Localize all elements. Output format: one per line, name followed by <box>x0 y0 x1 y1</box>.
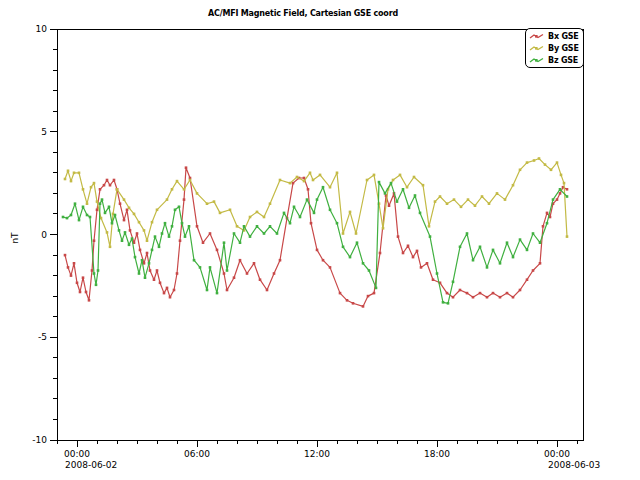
data-point-marker <box>388 204 391 207</box>
data-point-marker <box>355 232 358 235</box>
data-point-marker <box>375 287 378 290</box>
data-point-marker <box>563 182 566 185</box>
data-point-marker <box>466 292 469 295</box>
data-point-marker <box>64 254 67 257</box>
data-point-marker <box>402 188 405 191</box>
data-point-marker <box>544 163 547 166</box>
data-point-marker <box>269 225 272 228</box>
data-point-marker <box>560 174 563 177</box>
data-point-marker <box>209 266 212 269</box>
data-point-marker <box>99 188 102 191</box>
data-point-marker <box>407 245 410 248</box>
data-point-marker <box>526 278 529 281</box>
data-point-marker <box>216 292 219 295</box>
data-point-marker <box>419 212 422 215</box>
data-point-marker <box>499 262 502 265</box>
data-point-marker <box>233 232 236 235</box>
legend-line-swatch-icon <box>529 32 545 41</box>
legend-line-swatch-icon <box>529 56 545 65</box>
data-point-marker <box>253 262 256 265</box>
data-point-marker <box>459 246 462 249</box>
data-point-marker <box>73 262 76 265</box>
data-point-marker <box>466 232 469 235</box>
data-point-marker <box>397 235 400 238</box>
data-point-marker <box>329 266 332 269</box>
data-point-marker <box>151 221 154 224</box>
data-point-marker <box>70 214 73 217</box>
data-point-marker <box>336 172 339 175</box>
data-point-marker <box>236 225 239 228</box>
data-point-marker <box>101 198 104 201</box>
data-point-marker <box>322 186 325 189</box>
data-point-marker <box>121 239 124 242</box>
data-point-marker <box>128 244 131 247</box>
data-point-marker <box>538 157 541 160</box>
data-point-marker <box>506 292 509 295</box>
data-point-marker <box>492 249 495 252</box>
legend-label: Bz GSE <box>548 56 578 65</box>
data-point-marker <box>279 259 282 262</box>
y-axis-tick-label: 5 <box>41 127 47 137</box>
data-point-marker <box>316 249 319 252</box>
data-point-marker <box>104 212 107 215</box>
data-point-marker <box>269 202 272 205</box>
data-point-marker <box>313 212 316 215</box>
data-point-marker <box>86 214 89 217</box>
data-point-marker <box>406 186 409 189</box>
data-point-marker <box>93 272 96 275</box>
legend-row: Bz GSE <box>529 54 579 66</box>
data-point-marker <box>447 302 450 305</box>
data-point-marker <box>266 289 269 292</box>
data-point-marker <box>496 192 499 195</box>
data-point-marker <box>289 182 292 185</box>
data-point-marker <box>74 202 77 205</box>
x-axis-tick-label: 12:00 <box>304 449 330 459</box>
data-point-marker <box>223 241 226 244</box>
data-point-marker <box>196 192 199 195</box>
data-point-marker <box>67 170 70 173</box>
data-point-marker <box>189 179 192 182</box>
data-point-marker <box>144 276 147 279</box>
data-point-marker <box>96 209 99 212</box>
x-axis-tick-label: 18:00 <box>424 449 450 459</box>
data-point-marker <box>307 188 310 191</box>
data-point-marker <box>382 227 385 230</box>
data-point-marker <box>184 235 187 238</box>
data-point-marker <box>566 195 569 198</box>
data-point-marker <box>322 259 325 262</box>
data-point-marker <box>118 229 121 232</box>
data-point-marker <box>113 179 116 182</box>
data-point-marker <box>156 209 159 212</box>
x-axis-tick-label: 06:00 <box>184 449 210 459</box>
x-axis-tick-label: 00:00 <box>544 449 570 459</box>
data-point-marker <box>223 272 226 275</box>
data-point-marker <box>292 182 295 185</box>
data-point-marker <box>206 202 209 205</box>
data-point-marker <box>392 179 395 182</box>
data-point-marker <box>519 169 522 172</box>
data-point-marker <box>299 216 302 219</box>
data-point-marker <box>136 232 139 235</box>
data-point-marker <box>78 219 81 222</box>
legend-line-swatch-icon <box>529 44 545 53</box>
data-point-marker <box>532 232 535 235</box>
data-point-marker <box>183 188 186 191</box>
data-point-marker <box>550 169 553 172</box>
data-point-marker <box>446 292 449 295</box>
data-point-marker <box>310 222 313 225</box>
data-point-marker <box>339 292 342 295</box>
data-point-marker <box>161 232 164 235</box>
data-point-marker <box>566 188 569 191</box>
data-point-marker <box>481 195 484 198</box>
data-point-marker <box>109 246 112 249</box>
data-point-marker <box>566 235 569 238</box>
data-point-marker <box>131 237 134 240</box>
data-point-marker <box>362 305 365 308</box>
y-axis-label: nT <box>10 232 20 244</box>
data-point-marker <box>460 206 463 209</box>
data-point-marker <box>434 200 437 203</box>
data-point-marker <box>188 225 191 228</box>
data-point-marker <box>114 214 117 217</box>
data-point-marker <box>349 256 352 259</box>
data-point-marker <box>169 296 172 299</box>
